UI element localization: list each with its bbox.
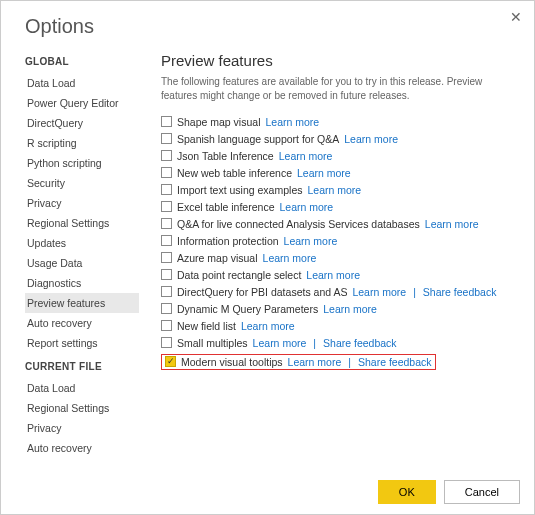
feature-row: Azure map visual Learn more xyxy=(161,249,520,266)
separator: | xyxy=(348,356,351,368)
learn-more-link[interactable]: Learn more xyxy=(344,133,398,145)
sidebar-item[interactable]: Privacy xyxy=(25,193,139,213)
sidebar-item[interactable]: Diagnostics xyxy=(25,273,139,293)
sidebar-item[interactable]: Preview features xyxy=(25,293,139,313)
feature-checkbox[interactable] xyxy=(161,320,172,331)
sidebar-section-header: CURRENT FILE xyxy=(25,361,139,372)
feature-label: DirectQuery for PBI datasets and AS xyxy=(177,286,347,298)
sidebar-item[interactable]: Usage Data xyxy=(25,253,139,273)
feature-label: Modern visual tooltips xyxy=(181,356,283,368)
learn-more-link[interactable]: Learn more xyxy=(425,218,479,230)
feature-checkbox[interactable] xyxy=(161,286,172,297)
feature-label: New web table inference xyxy=(177,167,292,179)
feature-label: Information protection xyxy=(177,235,279,247)
feature-checkbox[interactable] xyxy=(161,269,172,280)
feature-checkbox[interactable] xyxy=(161,133,172,144)
sidebar-item[interactable]: Power Query Editor xyxy=(25,93,139,113)
feature-checkbox[interactable] xyxy=(161,235,172,246)
learn-more-link[interactable]: Learn more xyxy=(284,235,338,247)
learn-more-link[interactable]: Learn more xyxy=(352,286,406,298)
preview-features-description: The following features are available for… xyxy=(161,75,520,103)
feature-checkbox[interactable] xyxy=(161,303,172,314)
learn-more-link[interactable]: Learn more xyxy=(279,150,333,162)
dialog-footer: OK Cancel xyxy=(378,480,520,504)
sidebar-item[interactable]: Updates xyxy=(25,233,139,253)
feature-checkbox[interactable] xyxy=(161,201,172,212)
feature-row: Shape map visual Learn more xyxy=(161,113,520,130)
feature-checkbox[interactable] xyxy=(161,337,172,348)
learn-more-link[interactable]: Learn more xyxy=(306,269,360,281)
feature-label: Import text using examples xyxy=(177,184,302,196)
feature-label: Json Table Inference xyxy=(177,150,274,162)
preview-features-heading: Preview features xyxy=(161,52,520,69)
feature-list: Shape map visual Learn moreSpanish langu… xyxy=(161,113,520,372)
share-feedback-link[interactable]: Share feedback xyxy=(423,286,497,298)
feature-checkbox[interactable] xyxy=(161,184,172,195)
feature-checkbox[interactable] xyxy=(161,167,172,178)
separator: | xyxy=(313,337,316,349)
learn-more-link[interactable]: Learn more xyxy=(288,356,342,368)
share-feedback-link[interactable]: Share feedback xyxy=(358,356,432,368)
sidebar: GLOBALData LoadPower Query EditorDirectQ… xyxy=(1,48,139,478)
feature-row: Excel table inference Learn more xyxy=(161,198,520,215)
feature-label: Data point rectangle select xyxy=(177,269,301,281)
feature-row: Import text using examples Learn more xyxy=(161,181,520,198)
learn-more-link[interactable]: Learn more xyxy=(265,116,319,128)
sidebar-item[interactable]: Privacy xyxy=(25,418,139,438)
feature-row: New field list Learn more xyxy=(161,317,520,334)
feature-label: Dynamic M Query Parameters xyxy=(177,303,318,315)
sidebar-item[interactable]: Regional Settings xyxy=(25,213,139,233)
main-panel: Preview features The following features … xyxy=(139,48,534,478)
feature-row: Spanish language support for Q&A Learn m… xyxy=(161,130,520,147)
sidebar-item[interactable]: Auto recovery xyxy=(25,438,139,458)
sidebar-item[interactable]: Report settings xyxy=(25,333,139,353)
sidebar-item[interactable]: DirectQuery xyxy=(25,113,139,133)
separator: | xyxy=(413,286,416,298)
sidebar-item[interactable]: Regional Settings xyxy=(25,398,139,418)
learn-more-link[interactable]: Learn more xyxy=(307,184,361,196)
learn-more-link[interactable]: Learn more xyxy=(253,337,307,349)
sidebar-item[interactable]: Data Load xyxy=(25,73,139,93)
feature-label: Azure map visual xyxy=(177,252,258,264)
sidebar-item[interactable]: Data Load xyxy=(25,378,139,398)
feature-checkbox[interactable] xyxy=(161,116,172,127)
feature-checkbox[interactable] xyxy=(161,252,172,263)
sidebar-item[interactable]: Security xyxy=(25,173,139,193)
feature-label: Shape map visual xyxy=(177,116,260,128)
ok-button[interactable]: OK xyxy=(378,480,436,504)
content: GLOBALData LoadPower Query EditorDirectQ… xyxy=(1,48,534,478)
share-feedback-link[interactable]: Share feedback xyxy=(323,337,397,349)
feature-label: Spanish language support for Q&A xyxy=(177,133,339,145)
sidebar-item[interactable]: R scripting xyxy=(25,133,139,153)
feature-row: DirectQuery for PBI datasets and AS Lear… xyxy=(161,283,520,300)
close-icon[interactable]: ✕ xyxy=(510,9,522,25)
feature-label: Excel table inference xyxy=(177,201,274,213)
feature-row: Dynamic M Query Parameters Learn more xyxy=(161,300,520,317)
feature-label: New field list xyxy=(177,320,236,332)
learn-more-link[interactable]: Learn more xyxy=(263,252,317,264)
feature-label: Q&A for live connected Analysis Services… xyxy=(177,218,420,230)
feature-row: Information protection Learn more xyxy=(161,232,520,249)
feature-row: Data point rectangle select Learn more xyxy=(161,266,520,283)
feature-row: Modern visual tooltips Learn more|Share … xyxy=(161,351,520,372)
feature-checkbox[interactable] xyxy=(165,356,176,367)
cancel-button[interactable]: Cancel xyxy=(444,480,520,504)
highlight-box: Modern visual tooltips Learn more|Share … xyxy=(161,354,436,370)
sidebar-item[interactable]: Python scripting xyxy=(25,153,139,173)
feature-row: New web table inference Learn more xyxy=(161,164,520,181)
feature-row: Small multiples Learn more|Share feedbac… xyxy=(161,334,520,351)
learn-more-link[interactable]: Learn more xyxy=(323,303,377,315)
sidebar-item[interactable]: Auto recovery xyxy=(25,313,139,333)
feature-label: Small multiples xyxy=(177,337,248,349)
feature-checkbox[interactable] xyxy=(161,150,172,161)
sidebar-section-header: GLOBAL xyxy=(25,56,139,67)
learn-more-link[interactable]: Learn more xyxy=(241,320,295,332)
dialog-title: Options xyxy=(1,1,534,48)
learn-more-link[interactable]: Learn more xyxy=(279,201,333,213)
feature-row: Json Table Inference Learn more xyxy=(161,147,520,164)
learn-more-link[interactable]: Learn more xyxy=(297,167,351,179)
feature-row: Q&A for live connected Analysis Services… xyxy=(161,215,520,232)
feature-checkbox[interactable] xyxy=(161,218,172,229)
